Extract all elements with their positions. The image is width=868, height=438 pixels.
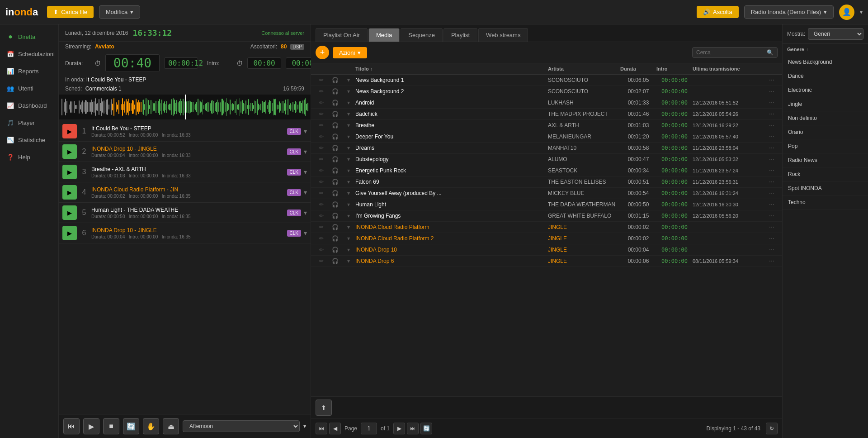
sidebar-item-help[interactable]: ❓ Help <box>0 148 58 166</box>
genre-item[interactable]: Dance <box>783 69 868 83</box>
edit-icon[interactable]: ✏ <box>315 88 328 95</box>
more-icon[interactable]: ⋯ <box>765 190 778 196</box>
chevron-down-icon[interactable]: ▾ <box>342 145 355 151</box>
refresh-button[interactable]: ↻ <box>766 423 778 434</box>
playlist-play-button[interactable]: ▶ <box>62 226 77 240</box>
expand-icon[interactable]: ▾ <box>304 148 307 155</box>
chevron-down-icon[interactable]: ▾ <box>342 224 355 230</box>
modifica-button[interactable]: Modifica ▾ <box>99 5 140 19</box>
more-icon[interactable]: ⋯ <box>765 167 778 174</box>
chevron-down-icon[interactable]: ▾ <box>342 213 355 219</box>
sidebar-item-reports[interactable]: 📊 Reports <box>0 62 58 80</box>
table-row[interactable]: ✏ 🎧 ▾ Dreams MANHAT10 00:00:58 00:00:00 … <box>311 143 782 154</box>
expand-icon[interactable]: ▾ <box>304 229 307 237</box>
headphone-icon[interactable]: 🎧 <box>328 179 342 185</box>
sidebar-item-utenti[interactable]: 👥 Utenti <box>0 80 58 97</box>
genre-item[interactable]: Non definito <box>783 111 868 125</box>
headphone-icon[interactable]: 🎧 <box>328 258 342 264</box>
playlist-play-button[interactable]: ▶ <box>62 144 77 159</box>
chevron-down-icon[interactable]: ▾ <box>342 235 355 242</box>
more-icon[interactable]: ⋯ <box>765 247 778 253</box>
edit-icon[interactable]: ✏ <box>315 111 328 117</box>
headphone-icon[interactable]: 🎧 <box>328 190 342 196</box>
sidebar-item-diretta[interactable]: ● Diretta <box>0 28 58 45</box>
edit-icon[interactable]: ✏ <box>315 145 328 151</box>
more-icon[interactable]: ⋯ <box>765 258 778 264</box>
more-icon[interactable]: ⋯ <box>765 77 778 83</box>
clk-badge[interactable]: CLK <box>287 230 301 237</box>
radio-selector[interactable]: Radio Inonda (Demo Files) ▾ <box>744 5 834 19</box>
skip-back-button[interactable]: ⏮ <box>63 418 80 434</box>
table-row[interactable]: ✏ 🎧 ▾ News Background 1 SCONOSCIUTO 00:0… <box>311 75 782 86</box>
edit-icon[interactable]: ✏ <box>315 190 328 196</box>
table-row[interactable]: ✏ 🎧 ▾ Deeper For You MELANIEUNGAR 00:01:… <box>311 131 782 143</box>
headphone-icon[interactable]: 🎧 <box>328 156 342 162</box>
clk-badge[interactable]: CLK <box>287 128 301 135</box>
table-row[interactable]: ✏ 🎧 ▾ INONDA Cloud Radio Platform JINGLE… <box>311 222 782 233</box>
table-row[interactable]: ✏ 🎧 ▾ INONDA Cloud Radio Platform 2 JING… <box>311 233 782 244</box>
sidebar-item-schedulazioni[interactable]: 📅 Schedulazioni <box>0 45 58 62</box>
playlist-play-button[interactable]: ▶ <box>62 165 77 179</box>
chevron-down-icon[interactable]: ▾ <box>342 167 355 174</box>
headphone-icon[interactable]: 🎧 <box>328 77 342 83</box>
first-page-button[interactable]: ⏮ <box>316 423 327 434</box>
edit-icon[interactable]: ✏ <box>315 235 328 242</box>
table-row[interactable]: ✏ 🎧 ▾ Human Light THE DADA WEATHERMAN 00… <box>311 199 782 210</box>
headphone-icon[interactable]: 🎧 <box>328 224 342 230</box>
chevron-down-icon[interactable]: ▾ <box>860 9 863 15</box>
edit-icon[interactable]: ✏ <box>315 224 328 230</box>
table-row[interactable]: ✏ 🎧 ▾ INONDA Drop 6 JINGLE 00:00:06 00:0… <box>311 256 782 267</box>
clk-badge[interactable]: CLK <box>287 209 301 216</box>
more-icon[interactable]: ⋯ <box>765 122 778 129</box>
tab-media[interactable]: Media <box>368 28 400 42</box>
chevron-down-icon[interactable]: ▾ <box>342 133 355 140</box>
more-icon[interactable]: ⋯ <box>765 213 778 219</box>
upload-button[interactable]: ⬆ Carica file <box>47 6 94 18</box>
more-icon[interactable]: ⋯ <box>765 111 778 117</box>
edit-icon[interactable]: ✏ <box>315 77 328 83</box>
ascolta-button[interactable]: 🔊 Ascolta <box>697 6 739 18</box>
edit-icon[interactable]: ✏ <box>315 179 328 185</box>
headphone-icon[interactable]: 🎧 <box>328 213 342 219</box>
headphone-icon[interactable]: 🎧 <box>328 145 342 151</box>
edit-icon[interactable]: ✏ <box>315 258 328 264</box>
table-row[interactable]: ✏ 🎧 ▾ Dubstepology ALUMO 00:00:47 00:00:… <box>311 154 782 165</box>
chevron-down-icon[interactable]: ▾ <box>342 111 355 117</box>
edit-icon[interactable]: ✏ <box>315 133 328 140</box>
sidebar-item-statistiche[interactable]: 📉 Statistiche <box>0 131 58 148</box>
more-icon[interactable]: ⋯ <box>765 201 778 208</box>
chevron-down-icon[interactable]: ▾ <box>342 258 355 264</box>
reload-button[interactable]: 🔄 <box>420 423 432 434</box>
headphone-icon[interactable]: 🎧 <box>328 111 342 117</box>
edit-icon[interactable]: ✏ <box>315 156 328 162</box>
expand-icon[interactable]: ▾ <box>304 168 307 176</box>
genre-item[interactable]: Spot INONDA <box>783 181 868 195</box>
edit-icon[interactable]: ✏ <box>315 122 328 129</box>
tab-playlist[interactable]: Playlist <box>443 28 477 42</box>
more-icon[interactable]: ⋯ <box>765 235 778 242</box>
more-icon[interactable]: ⋯ <box>765 100 778 106</box>
show-select[interactable]: Generi <box>808 28 863 40</box>
hand-button[interactable]: ✋ <box>143 418 159 434</box>
table-row[interactable]: ✏ 🎧 ▾ Breathe AXL & ARTH 00:01:03 00:00:… <box>311 120 782 131</box>
play-pause-button[interactable]: ▶ <box>83 418 99 434</box>
playlist-play-button[interactable]: ▶ <box>62 124 77 138</box>
headphone-icon[interactable]: 🎧 <box>328 122 342 129</box>
table-row[interactable]: ✏ 🎧 ▾ Falcon 69 THE EASTON ELLISES 00:00… <box>311 176 782 188</box>
genre-item[interactable]: Radio News <box>783 153 868 167</box>
sidebar-item-player[interactable]: 🎵 Player <box>0 114 58 131</box>
stop-button[interactable]: ■ <box>103 418 119 434</box>
headphone-icon[interactable]: 🎧 <box>328 167 342 174</box>
table-row[interactable]: ✏ 🎧 ▾ Energetic Punk Rock SEASTOCK 00:00… <box>311 165 782 176</box>
edit-icon[interactable]: ✏ <box>315 247 328 253</box>
azioni-button[interactable]: Azioni ▾ <box>333 47 367 58</box>
search-input[interactable] <box>696 49 764 56</box>
chevron-down-icon[interactable]: ▾ <box>342 88 355 95</box>
upload-to-server-button[interactable]: ⬆ <box>316 400 332 416</box>
headphone-icon[interactable]: 🎧 <box>328 88 342 95</box>
edit-icon[interactable]: ✏ <box>315 100 328 106</box>
playlist-play-button[interactable]: ▶ <box>62 185 77 200</box>
last-page-button[interactable]: ⏭ <box>407 423 419 434</box>
more-icon[interactable]: ⋯ <box>765 179 778 185</box>
expand-icon[interactable]: ▾ <box>304 189 307 196</box>
